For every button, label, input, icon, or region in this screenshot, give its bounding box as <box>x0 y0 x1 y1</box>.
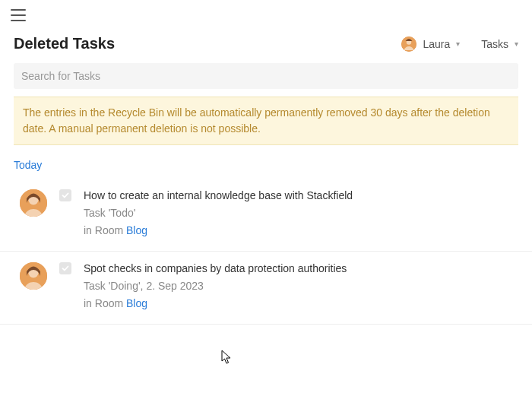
type-filter-label: Tasks <box>481 38 508 50</box>
search-placeholder: Search for Tasks <box>21 70 100 82</box>
chevron-down-icon: ▾ <box>515 40 518 48</box>
cursor-icon <box>221 350 233 365</box>
task-meta: Task 'Doing', 2. Sep 2023 <box>84 278 518 294</box>
user-filter-label: Laura <box>423 38 450 50</box>
page-header: Deleted Tasks Laura ▾ Tasks ▾ <box>0 27 532 59</box>
avatar <box>20 262 47 290</box>
search-input[interactable]: Search for Tasks <box>14 63 518 89</box>
task-row[interactable]: Spot checks in companies by data protect… <box>0 252 532 325</box>
menu-toggle[interactable] <box>11 9 26 21</box>
room-link[interactable]: Blog <box>126 297 147 309</box>
checkbox-icon <box>59 262 71 274</box>
checkbox-icon <box>59 189 71 201</box>
avatar <box>20 189 47 217</box>
chevron-down-icon: ▾ <box>456 40 460 48</box>
task-title: Spot checks in companies by data protect… <box>84 261 518 277</box>
user-filter-selector[interactable]: Laura ▾ <box>401 36 460 52</box>
task-meta: Task 'Todo' <box>84 205 518 221</box>
task-room: in Room Blog <box>84 296 518 312</box>
page-title: Deleted Tasks <box>14 35 115 52</box>
task-room: in Room Blog <box>84 223 518 239</box>
date-section-label: Today <box>14 159 518 171</box>
task-row[interactable]: How to create an internal knowledge base… <box>0 179 532 252</box>
room-link[interactable]: Blog <box>126 224 147 236</box>
avatar-icon <box>401 36 416 52</box>
type-filter-selector[interactable]: Tasks ▾ <box>481 38 518 50</box>
retention-notice: The entries in the Recycle Bin will be a… <box>14 97 518 145</box>
task-title: How to create an internal knowledge base… <box>84 188 518 204</box>
